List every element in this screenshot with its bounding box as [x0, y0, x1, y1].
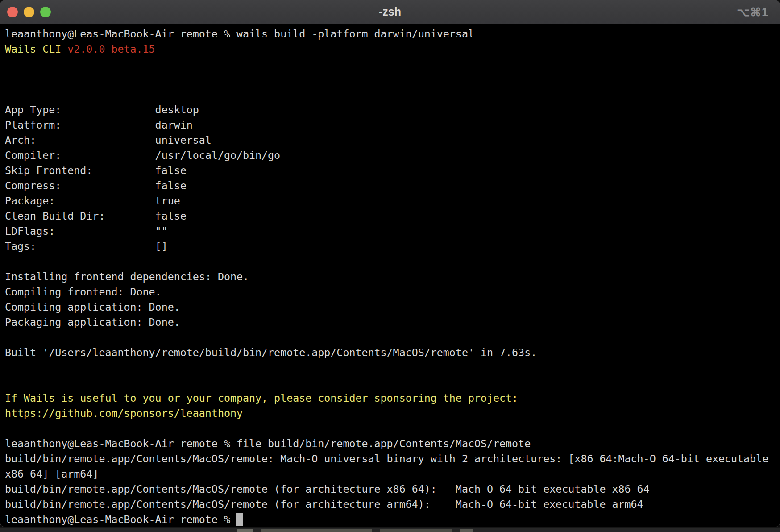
terminal-line: Packaging application: Done. — [5, 315, 774, 330]
terminal-line: Compiling frontend: Done. — [5, 284, 774, 299]
terminal-line: build/bin/remote.app/Contents/MacOS/remo… — [5, 497, 774, 512]
terminal-line: Arch: universal — [5, 133, 774, 148]
occluded-text-fragment — [380, 529, 452, 532]
terminal-line — [5, 375, 774, 391]
terminal-line — [5, 87, 774, 102]
occluded-text-fragment — [237, 529, 253, 532]
terminal-line: build/bin/remote.app/Contents/MacOS/remo… — [5, 451, 774, 466]
terminal-line: Tags: [] — [5, 239, 774, 254]
terminal-line: leaanthony@Leas-MacBook-Air remote % wai… — [5, 26, 774, 42]
terminal-line: Platform: darwin — [5, 117, 774, 133]
terminal-line: leaanthony@Leas-MacBook-Air remote % fil… — [5, 436, 774, 451]
title-bar[interactable]: -zsh ⌥⌘1 — [0, 0, 780, 24]
terminal-line: build/bin/remote.app/Contents/MacOS/remo… — [5, 482, 774, 497]
terminal-line: leaanthony@Leas-MacBook-Air remote % — [5, 512, 774, 527]
terminal-line: If Wails is useful to you or your compan… — [5, 391, 774, 406]
terminal-line: x86_64] [arm64] — [5, 466, 774, 482]
terminal-line: Built '/Users/leaanthony/remote/build/bi… — [5, 345, 774, 360]
terminal-line — [5, 421, 774, 436]
terminal-line: Compress: false — [5, 178, 774, 193]
terminal-screen[interactable]: leaanthony@Leas-MacBook-Air remote % wai… — [0, 24, 780, 527]
terminal-line — [5, 57, 774, 72]
window-shortcut-label: ⌥⌘1 — [737, 0, 768, 24]
terminal-line: LDFlags: "" — [5, 224, 774, 239]
terminal-line — [5, 254, 774, 269]
window-title: -zsh — [0, 0, 780, 24]
terminal-line: Compiling application: Done. — [5, 299, 774, 315]
terminal-line: Installing frontend dependencies: Done. — [5, 269, 774, 284]
terminal-line: Package: true — [5, 193, 774, 208]
terminal-cursor — [236, 513, 243, 526]
occluded-text-fragment — [460, 529, 473, 532]
terminal-line — [5, 330, 774, 345]
occluded-text-fragment — [261, 529, 372, 532]
terminal-line: App Type: desktop — [5, 102, 774, 117]
terminal-window: -zsh ⌥⌘1 leaanthony@Leas-MacBook-Air rem… — [0, 0, 780, 527]
terminal-line — [5, 72, 774, 87]
terminal-line: Compiler: /usr/local/go/bin/go — [5, 148, 774, 163]
background-window-sliver — [0, 527, 780, 532]
terminal-line: https://github.com/sponsors/leaanthony — [5, 406, 774, 421]
terminal-line — [5, 360, 774, 375]
terminal-line: Skip Frontend: false — [5, 163, 774, 178]
terminal-line: Wails CLI v2.0.0-beta.15 — [5, 42, 774, 57]
terminal-line: Clean Build Dir: false — [5, 208, 774, 224]
